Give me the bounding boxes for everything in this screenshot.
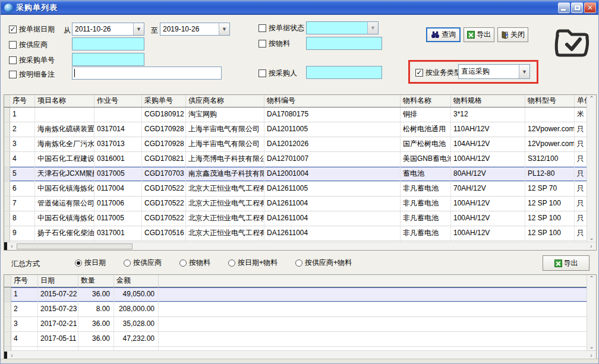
chevron-down-icon[interactable]: ▼ <box>219 23 229 35</box>
scrollbar-thumb[interactable] <box>17 243 133 249</box>
filter-by-buyer-checkbox[interactable]: 按采购人 <box>258 68 297 78</box>
cell: 12 SP 100 <box>525 226 575 240</box>
close-button[interactable]: ✕ <box>584 2 596 13</box>
cell: 2015-07-23 <box>38 302 78 316</box>
scroll-up-icon[interactable]: ⌃ <box>587 275 596 283</box>
chevron-down-icon[interactable]: ▼ <box>133 23 144 35</box>
filter-by-note-checkbox[interactable]: 按明细备注 <box>9 69 55 80</box>
table-row[interactable]: 2海南炼化硫磺装置0317014CGD170928上海半宙电气有限公司DA120… <box>4 122 588 137</box>
material-input[interactable] <box>306 37 382 50</box>
cell: 3 <box>10 137 35 151</box>
filter-by-material-checkbox[interactable]: 按物料 <box>258 39 290 49</box>
filter-by-supplier-checkbox[interactable]: 按供应商 <box>9 40 48 50</box>
summary-mode-option[interactable]: 按日期 <box>75 258 106 268</box>
column-header[interactable]: 金额 <box>114 275 159 287</box>
minimize-button[interactable] <box>558 2 570 13</box>
cell: 非凡蓄电池 <box>401 197 451 211</box>
cell: 海南炼化硫磺装置 <box>35 122 94 137</box>
date-to-combo[interactable]: 2019-10-26 ▼ <box>160 23 230 36</box>
cell: 2017-02-21 <box>38 317 78 331</box>
cell: DA12611004 <box>264 197 401 211</box>
cell: 12 SP 70 <box>525 182 575 196</box>
export-button[interactable]: 导出 <box>464 27 494 42</box>
cell: 只 <box>575 197 588 211</box>
summary-export-button[interactable]: 导出 <box>543 255 589 271</box>
table-row[interactable]: 5天津石化JCXM聚酯0317005CGD170703南京鑫茂迪电子科技有限公司… <box>4 167 588 182</box>
checkbox-icon: ✓ <box>415 69 423 77</box>
status-combo[interactable]: ▼ <box>306 21 379 34</box>
filter-by-status-checkbox[interactable]: 按单据状态 <box>258 23 304 33</box>
supplier-input[interactable] <box>72 37 144 50</box>
column-header[interactable]: 物料名称 <box>401 95 451 107</box>
cell: 北京大正恒业电气工程有限公司 <box>186 197 264 211</box>
column-header[interactable]: 序号 <box>10 95 35 107</box>
radio-icon <box>124 259 131 267</box>
column-header[interactable]: 数量 <box>78 275 114 287</box>
horizontal-scrollbar[interactable]: ‹ › <box>4 242 596 250</box>
column-header[interactable]: 序号 <box>11 275 38 287</box>
table-row[interactable]: 1CGD180912淘宝网购DA17080175铜排3*12米 <box>4 107 588 122</box>
summary-mode-option[interactable]: 按供应商 <box>124 258 162 268</box>
date-from-combo[interactable]: 2011-10-26 ▼ <box>72 23 144 36</box>
table-row[interactable]: 6中国石化镇海炼化0117004CGD170522北京大正恒业电气工程有限公司D… <box>4 182 588 197</box>
table-row[interactable]: 3海南炼化全厂污水0317013CGD170928上海半宙电气有限公司DA120… <box>4 137 588 152</box>
detail-note-input[interactable] <box>72 67 222 80</box>
cell: 国产松树电池 <box>401 137 451 151</box>
cell <box>35 107 94 122</box>
minimize-icon <box>561 9 566 11</box>
table-row[interactable]: 22015-07-238.00208,000.00 <box>4 302 588 317</box>
scroll-up-icon[interactable]: ⌃ <box>587 95 596 103</box>
cell: DA12012026 <box>264 137 401 151</box>
vertical-scrollbar[interactable]: ⌃ ⌄ <box>587 95 596 243</box>
scroll-right-icon[interactable]: › <box>587 243 596 250</box>
summary-mode-option[interactable]: 按日期+物料 <box>228 258 278 268</box>
filter-by-date-checkbox[interactable]: ✓ 按单据日期 <box>9 24 55 34</box>
titlebar[interactable]: 采购单列表 ✕ <box>1 1 598 15</box>
column-header[interactable]: 物料编号 <box>264 95 401 107</box>
column-header[interactable]: 作业号 <box>94 95 142 107</box>
column-header[interactable]: 采购单号 <box>142 95 186 107</box>
close-window-button[interactable]: 关闭 <box>497 27 528 42</box>
maximize-button[interactable] <box>571 2 583 13</box>
filter-by-biz-type-checkbox[interactable]: ✓ 按业务类型 <box>415 68 461 78</box>
buyer-input[interactable] <box>306 66 382 79</box>
summary-mode-option[interactable]: 按物料 <box>179 258 210 268</box>
scroll-left-icon[interactable]: ‹ <box>7 243 17 250</box>
table-row[interactable]: 42017-05-1136.0047,232.00 <box>4 332 588 347</box>
column-header[interactable]: 物料型号 <box>525 95 575 107</box>
cell: 上海亮博电子科技有限公司 <box>186 152 264 166</box>
cell: 0117005 <box>94 211 142 226</box>
summary-bar: 汇总方式 按日期按供应商按物料按日期+物料按供应商+物料 导出 <box>4 253 597 273</box>
cell: CGD170703 <box>142 167 186 181</box>
scroll-left-icon[interactable]: ‹ <box>7 352 17 359</box>
cell: 104AH/12V <box>451 137 525 151</box>
filter-by-po-checkbox[interactable]: 按采购单号 <box>9 55 55 65</box>
table-row[interactable]: 4中国石化工程建设0316001CGD170821上海亮博电子科技有限公司DA1… <box>4 152 588 167</box>
row-indicator <box>4 211 10 226</box>
cell: S312/100 <box>525 152 575 166</box>
po-number-input[interactable] <box>72 53 144 66</box>
column-header[interactable]: 单位 <box>575 95 588 107</box>
column-header[interactable]: 供应商名称 <box>186 95 264 107</box>
table-row[interactable]: 7管道储运有限公司0117006CGD170522北京大正恒业电气工程有限公司D… <box>4 197 588 211</box>
cell: 非凡蓄电池 <box>401 211 451 226</box>
query-button[interactable]: 查询 <box>426 27 461 42</box>
business-type-combo[interactable]: 直运采购 ▼ <box>458 64 530 79</box>
scroll-right-icon[interactable]: › <box>587 352 596 359</box>
column-header[interactable]: 项目名称 <box>35 95 94 107</box>
cell: 北京大正恒业电气工程有限公司 <box>186 226 264 240</box>
table-body: 12015-07-2236.0049,050.0022015-07-238.00… <box>4 287 588 352</box>
chevron-down-icon[interactable]: ▼ <box>519 65 529 78</box>
table-row[interactable]: 32017-02-2136.0035,028.00 <box>4 317 588 332</box>
summary-mode-option[interactable]: 按供应商+物料 <box>295 258 352 268</box>
table-row[interactable]: 12015-07-2236.0049,050.00 <box>4 287 588 302</box>
vertical-scrollbar[interactable]: ⌃ ⌄ <box>587 275 596 352</box>
column-header[interactable]: 日期 <box>38 275 78 287</box>
cell: CGD170522 <box>142 182 186 196</box>
window-title: 采购单列表 <box>16 2 58 13</box>
column-header[interactable]: 物料规格 <box>451 95 525 107</box>
cell: CGD170928 <box>142 137 186 151</box>
row-indicator-header <box>4 275 11 287</box>
table-row[interactable]: 8中国石化镇海炼化0117005CGD170522北京大正恒业电气工程有限公司D… <box>4 211 588 226</box>
table-row[interactable]: 9扬子石化催化柴油0317001CGD170516北京大正恒业电气工程有限公司D… <box>4 226 588 241</box>
